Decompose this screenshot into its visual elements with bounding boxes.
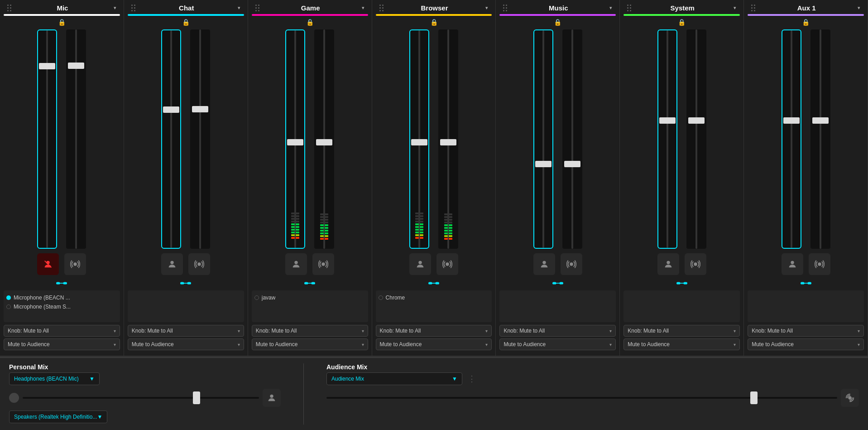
person-btn-system[interactable] — [657, 253, 679, 275]
person-btn-game[interactable] — [285, 253, 307, 275]
fader-handle-chat-1[interactable] — [192, 106, 208, 112]
fader-track-mic-1[interactable] — [66, 29, 86, 249]
channel-menu-chat[interactable]: ▾ — [236, 4, 242, 12]
speakers-select[interactable]: Speakers (Realtek High Definitio... ▼ — [9, 411, 107, 423]
knob-dropdown-browser[interactable]: Knob: Mute to All▾ — [376, 325, 492, 337]
fader-handle-music-1[interactable] — [564, 161, 580, 167]
audience-broadcast-btn[interactable] — [841, 389, 859, 407]
meter-seg-game-1-0-5 — [320, 224, 324, 226]
mute-dropdown-mic[interactable]: Mute to Audience▾ — [4, 338, 120, 350]
broadcast-btn-browser[interactable] — [436, 253, 458, 275]
meter-seg-game-0-1-8 — [296, 215, 299, 217]
mute-dropdown-music[interactable]: Mute to Audience▾ — [499, 338, 616, 350]
mute-arrow-browser: ▾ — [485, 342, 488, 347]
mute-dropdown-aux1[interactable]: Mute to Audience▾ — [748, 338, 864, 350]
channel-menu-mic[interactable]: ▾ — [112, 4, 118, 12]
audience-fader-track[interactable] — [326, 397, 837, 399]
fader-track-aux1-1[interactable] — [810, 29, 830, 249]
drag-handle-browser[interactable] — [378, 4, 385, 12]
fader-track-browser-1[interactable] — [438, 29, 458, 249]
fader-handle-browser-0[interactable] — [411, 139, 427, 145]
knob-dropdown-music[interactable]: Knob: Mute to All▾ — [499, 325, 616, 337]
fader-handle-system-1[interactable] — [688, 117, 705, 124]
fader-handle-game-0[interactable] — [287, 139, 303, 145]
fader-handle-mic-0[interactable] — [39, 63, 55, 69]
fader-handle-aux1-1[interactable] — [812, 117, 829, 124]
source-item-browser-0[interactable]: Chrome — [379, 293, 489, 302]
knob-dropdown-mic[interactable]: Knob: Mute to All▾ — [4, 325, 120, 337]
drag-handle-music[interactable] — [501, 4, 509, 12]
meter-seg-game-1-1-2 — [325, 232, 328, 234]
drag-handle-aux1[interactable] — [749, 4, 757, 12]
channel-menu-aux1[interactable]: ▾ — [856, 4, 862, 12]
fader-handle-game-1[interactable] — [316, 139, 332, 145]
drag-handle-system[interactable] — [625, 4, 633, 12]
broadcast-btn-aux1[interactable] — [809, 253, 830, 275]
person-btn-chat[interactable] — [161, 253, 183, 275]
fader-track-system-1[interactable] — [686, 29, 706, 249]
mute-dropdown-chat[interactable]: Mute to Audience▾ — [128, 338, 244, 350]
link-icon-music[interactable] — [499, 278, 616, 290]
fader-track-game-1[interactable] — [314, 29, 334, 249]
source-item-mic-0[interactable]: Microphone (BEACN ... — [6, 293, 117, 302]
personal-fader-knob[interactable] — [9, 393, 19, 403]
fader-track-chat-0[interactable] — [161, 29, 181, 249]
fader-track-system-0[interactable] — [657, 29, 677, 249]
link-icon-game[interactable] — [252, 278, 368, 290]
broadcast-btn-music[interactable] — [561, 253, 582, 275]
source-item-mic-1[interactable]: Microphone (Steam S... — [6, 302, 117, 311]
mute-dropdown-browser[interactable]: Mute to Audience▾ — [376, 338, 492, 350]
mute-arrow-game: ▾ — [362, 342, 364, 347]
headphones-select[interactable]: Headphones (BEACN Mic) ▼ — [9, 372, 100, 385]
personal-fader-handle[interactable] — [193, 391, 200, 404]
channel-menu-game[interactable]: ▾ — [360, 4, 366, 12]
personal-mix-person-btn[interactable] — [263, 389, 281, 407]
channel-menu-system[interactable]: ▾ — [732, 4, 738, 12]
broadcast-btn-game[interactable] — [312, 253, 334, 275]
link-icon-mic[interactable] — [4, 278, 120, 290]
source-item-game-0[interactable]: javaw — [254, 293, 365, 302]
channel-header-system: System ▾ — [623, 0, 740, 14]
knob-dropdown-game[interactable]: Knob: Mute to All▾ — [252, 325, 368, 337]
fader-handle-aux1-0[interactable] — [783, 117, 800, 124]
mute-dropdown-game[interactable]: Mute to Audience▾ — [252, 338, 368, 350]
person-btn-music[interactable] — [533, 253, 555, 275]
broadcast-btn-mic[interactable] — [64, 253, 86, 275]
fader-handle-browser-1[interactable] — [440, 139, 456, 145]
fader-track-mic-0[interactable] — [37, 29, 57, 249]
fader-track-game-0[interactable] — [285, 29, 305, 249]
fader-handle-mic-1[interactable] — [68, 63, 84, 69]
meter-seg-game-1-1-0 — [325, 238, 328, 240]
channel-menu-music[interactable]: ▾ — [608, 4, 614, 12]
channel-menu-browser[interactable]: ▾ — [484, 4, 490, 12]
knob-dropdown-system[interactable]: Knob: Mute to All▾ — [623, 325, 740, 337]
link-icon-browser[interactable] — [376, 278, 492, 290]
personal-fader-track[interactable] — [23, 397, 259, 399]
broadcast-btn-system[interactable] — [685, 253, 706, 275]
audience-mix-select[interactable]: Audience Mix ▼ — [326, 372, 462, 385]
knob-dropdown-aux1[interactable]: Knob: Mute to All▾ — [748, 325, 864, 337]
audience-more-icon[interactable]: ⋮ — [468, 374, 476, 384]
knob-dropdown-chat[interactable]: Knob: Mute to All▾ — [128, 325, 244, 337]
link-icon-chat[interactable] — [128, 278, 244, 290]
drag-handle-chat[interactable] — [129, 4, 137, 12]
audience-fader-handle[interactable] — [750, 391, 758, 404]
drag-handle-game[interactable] — [254, 4, 261, 12]
link-icon-aux1[interactable] — [748, 278, 864, 290]
mute-label-browser: Mute to Audience — [380, 341, 422, 348]
fader-track-browser-0[interactable] — [409, 29, 429, 249]
person-btn-aux1[interactable] — [782, 253, 803, 275]
fader-handle-system-0[interactable] — [659, 117, 676, 124]
fader-track-chat-1[interactable] — [190, 29, 210, 249]
person-btn-browser[interactable] — [409, 253, 431, 275]
fader-handle-chat-0[interactable] — [163, 106, 179, 113]
mute-dropdown-system[interactable]: Mute to Audience▾ — [623, 338, 740, 350]
fader-track-aux1-0[interactable] — [782, 29, 801, 249]
fader-handle-music-0[interactable] — [535, 161, 551, 167]
fader-track-music-1[interactable] — [562, 29, 582, 249]
fader-track-music-0[interactable] — [533, 29, 553, 249]
person-btn-mic[interactable] — [37, 253, 59, 275]
broadcast-btn-chat[interactable] — [188, 253, 210, 275]
drag-handle-mic[interactable] — [5, 4, 13, 12]
link-icon-system[interactable] — [623, 278, 740, 290]
